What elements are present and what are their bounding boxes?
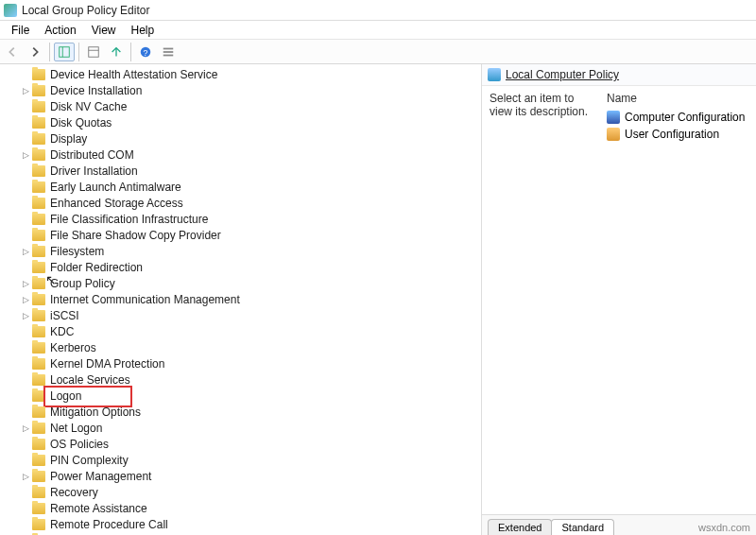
tree-item[interactable]: Locale Services	[0, 371, 481, 388]
expander-icon[interactable]: ▷	[19, 311, 32, 320]
options-button[interactable]	[158, 43, 179, 61]
tree-item[interactable]: File Classification Infrastructure	[0, 211, 481, 227]
list-icon	[162, 45, 175, 59]
svg-rect-6	[163, 47, 174, 49]
folder-icon	[32, 519, 45, 530]
item-computer-configuration[interactable]: Computer Configuration	[607, 109, 748, 126]
separator	[130, 43, 131, 61]
item-user-configuration[interactable]: User Configuration	[607, 126, 748, 143]
window-title: Local Group Policy Editor	[22, 4, 149, 17]
expander-icon[interactable]: ▷	[19, 472, 32, 481]
tree-item[interactable]: Remote Procedure Call	[0, 516, 481, 532]
show-hide-tree-button[interactable]	[54, 43, 75, 61]
tree-item[interactable]: Disk Quotas	[0, 114, 481, 130]
tree-item-label: iSCSI	[50, 309, 79, 322]
tree-item-label: Filesystem	[50, 245, 104, 258]
expander-icon[interactable]: ▷	[19, 247, 32, 256]
tree-item[interactable]: Mitigation Options	[0, 404, 481, 420]
tree-item-label: Device Installation	[50, 84, 142, 97]
tree-item[interactable]: Kerberos	[0, 339, 481, 355]
folder-icon	[32, 423, 45, 434]
forward-button[interactable]	[25, 43, 45, 61]
folder-icon	[32, 471, 45, 482]
tree-item-label: Display	[50, 132, 87, 146]
name-column-header[interactable]: Name	[607, 92, 748, 105]
tree-item[interactable]: Enhanced Storage Access	[0, 195, 481, 211]
tree-item[interactable]: Logon	[0, 388, 481, 404]
help-icon: ?	[139, 45, 152, 59]
folder-icon	[32, 390, 45, 402]
expander-icon[interactable]: ▷	[19, 279, 32, 288]
tree-item[interactable]: ▷Distributed COM	[0, 147, 481, 163]
tree-item[interactable]: Disk NV Cache	[0, 98, 481, 114]
tree-item-label: Remote Assistance	[50, 502, 147, 515]
tree-item[interactable]: ▷Group Policy	[0, 275, 481, 291]
expander-icon[interactable]: ▷	[19, 150, 32, 160]
tree-item[interactable]: File Share Shadow Copy Provider	[0, 227, 481, 243]
tree-item[interactable]: Device Health Attestation Service	[0, 66, 481, 82]
help-button[interactable]: ?	[135, 43, 156, 61]
menu-file[interactable]: File	[4, 22, 37, 39]
tree-item[interactable]: ▷Net Logon	[0, 420, 481, 436]
tree-item[interactable]: Recovery	[0, 484, 481, 500]
tab-standard[interactable]: Standard	[551, 519, 614, 535]
tree-item-label: Distributed COM	[50, 148, 134, 162]
folder-icon	[32, 374, 45, 386]
tab-extended[interactable]: Extended	[488, 519, 552, 535]
tree-item-label: Kerberos	[50, 341, 96, 354]
expander-icon[interactable]: ▷	[19, 295, 32, 304]
tree-item[interactable]: ▷Power Management	[0, 468, 481, 484]
separator	[49, 43, 50, 61]
tree-item[interactable]: ▷Device Installation	[0, 82, 481, 98]
folder-icon	[32, 358, 45, 370]
folder-icon	[32, 214, 45, 225]
tree-item[interactable]: ▷Internet Communication Management	[0, 291, 481, 307]
tree-item[interactable]: Remote Assistance	[0, 500, 481, 516]
tree-item-label: Locale Services	[50, 373, 130, 387]
folder-icon	[32, 439, 45, 450]
tree-item-label: OS Policies	[50, 438, 109, 451]
folder-icon	[32, 101, 45, 112]
tree-item-label: Early Launch Antimalware	[50, 181, 181, 194]
properties-button[interactable]	[83, 43, 104, 61]
item-label: User Configuration	[625, 128, 719, 141]
tree-item-label: Kernel DMA Protection	[50, 357, 164, 371]
tree-item-label: Folder Redirection	[50, 261, 143, 274]
svg-rect-0	[60, 46, 70, 57]
tree-item[interactable]: Display	[0, 130, 481, 147]
main-area: Device Health Attestation Service▷Device…	[0, 64, 756, 535]
tree-pane[interactable]: Device Health Attestation Service▷Device…	[0, 64, 482, 535]
tree-item-label: Recovery	[50, 486, 98, 499]
back-button[interactable]	[2, 43, 23, 61]
toolbar: ?	[0, 40, 756, 64]
folder-tree: Device Health Attestation Service▷Device…	[0, 64, 481, 535]
folder-icon	[32, 117, 45, 129]
menu-action[interactable]: Action	[37, 22, 83, 39]
tree-item[interactable]: Kernel DMA Protection	[0, 355, 481, 371]
export-button[interactable]	[106, 43, 127, 61]
tree-item[interactable]: ▷iSCSI	[0, 307, 481, 323]
expander-icon[interactable]: ▷	[19, 423, 32, 433]
menu-bar: File Action View Help	[0, 21, 756, 40]
folder-icon	[32, 294, 45, 305]
menu-view[interactable]: View	[84, 22, 124, 39]
folder-icon	[32, 230, 45, 241]
folder-icon	[32, 165, 45, 177]
folder-icon	[32, 149, 45, 161]
folder-icon	[32, 326, 45, 337]
menu-help[interactable]: Help	[124, 22, 163, 39]
tree-item[interactable]: PIN Complexity	[0, 452, 481, 468]
folder-icon	[32, 310, 45, 321]
name-column: Name Computer Configuration User Configu…	[607, 92, 748, 509]
computer-config-icon	[607, 111, 620, 124]
tree-item-label: KDC	[50, 325, 74, 338]
tree-item[interactable]: Early Launch Antimalware	[0, 179, 481, 195]
folder-icon	[32, 85, 45, 96]
tree-item[interactable]: Driver Installation	[0, 163, 481, 179]
tree-item[interactable]: ▷Filesystem	[0, 243, 481, 259]
title-bar: Local Group Policy Editor	[0, 0, 756, 21]
expander-icon[interactable]: ▷	[19, 86, 32, 95]
tree-item[interactable]: Folder Redirection	[0, 259, 481, 275]
tree-item[interactable]: KDC	[0, 323, 481, 339]
tree-item[interactable]: OS Policies	[0, 436, 481, 452]
